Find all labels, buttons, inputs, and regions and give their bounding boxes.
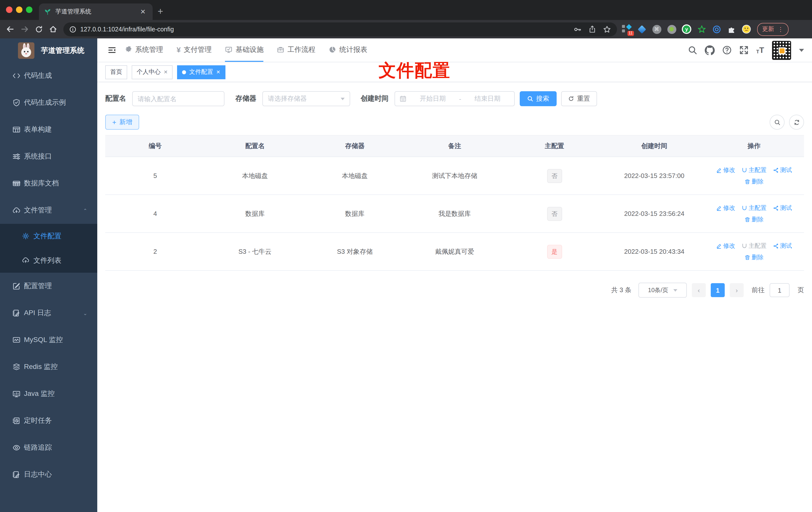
- delete-action[interactable]: 删除: [745, 215, 764, 223]
- page-size-value: 10条/页: [648, 286, 668, 294]
- font-size-icon[interactable]: TT: [756, 46, 764, 54]
- reload-icon[interactable]: [35, 25, 43, 33]
- extension-gem-icon[interactable]: [637, 24, 646, 34]
- refresh-table-button[interactable]: [789, 115, 804, 130]
- chevron-down-icon: [673, 289, 677, 292]
- add-button[interactable]: + 新增: [105, 115, 139, 130]
- help-icon[interactable]: [722, 46, 732, 55]
- col-header-created: 创建时间: [604, 142, 704, 151]
- tag-profile[interactable]: 个人中心 ✕: [132, 65, 173, 79]
- cloud-download-icon: [12, 206, 21, 214]
- sidebar-item-api-log[interactable]: API 日志 ⌄: [0, 300, 97, 327]
- edit-action[interactable]: 修改: [716, 204, 735, 212]
- extension-puzzle-icon[interactable]: [727, 24, 736, 34]
- sidebar-item-code-demo[interactable]: 代码生成示例: [0, 89, 97, 116]
- extension-target-icon[interactable]: [712, 24, 721, 34]
- storage-select[interactable]: 请选择存储器: [262, 91, 350, 106]
- search-button[interactable]: 搜索: [520, 91, 557, 106]
- collapse-sidebar-icon[interactable]: [108, 46, 116, 54]
- sidebar-item-tracing[interactable]: 链路追踪: [0, 434, 97, 461]
- share-icon[interactable]: [588, 25, 596, 33]
- sidebar-item-redis-monitor[interactable]: Redis 监控: [0, 354, 97, 381]
- new-tab-button[interactable]: +: [157, 5, 163, 18]
- topnav-infrastructure[interactable]: 基础设施: [225, 38, 264, 62]
- user-avatar[interactable]: [772, 40, 791, 60]
- browser-update-button[interactable]: 更新 ⋮: [757, 23, 788, 36]
- master-action[interactable]: 主配置: [742, 166, 766, 174]
- sidebar-item-form-builder[interactable]: 表单构建: [0, 116, 97, 143]
- topnav-workflow[interactable]: 工作流程: [277, 38, 316, 62]
- forward-icon[interactable]: [21, 25, 29, 33]
- layers-icon: [12, 363, 21, 371]
- github-icon[interactable]: [705, 45, 715, 55]
- close-icon[interactable]: ✕: [164, 69, 168, 75]
- test-action[interactable]: 测试: [773, 166, 792, 174]
- back-icon[interactable]: [6, 25, 14, 33]
- sidebar-item-system-api[interactable]: 系统接口: [0, 143, 97, 170]
- edit-action[interactable]: 修改: [716, 166, 735, 174]
- fullscreen-icon[interactable]: [739, 46, 749, 55]
- extension-star-icon[interactable]: [697, 24, 706, 34]
- cell-id: 5: [105, 172, 205, 179]
- url-text[interactable]: 127.0.0.1:1024/infra/file/file-config: [80, 26, 567, 33]
- sidebar-item-mysql-monitor[interactable]: MySQL 监控: [0, 327, 97, 354]
- sidebar-item-file-manage[interactable]: 文件管理 ⌃: [0, 197, 97, 224]
- delete-action[interactable]: 删除: [745, 177, 764, 186]
- site-info-icon[interactable]: [69, 26, 76, 33]
- extension-emoji-icon[interactable]: [742, 24, 751, 34]
- sidebar-item-db-doc[interactable]: 数据库文档: [0, 170, 97, 197]
- password-key-icon[interactable]: [574, 25, 582, 33]
- sidebar-item-code-gen[interactable]: 代码生成: [0, 62, 97, 89]
- tag-file-config[interactable]: 文件配置 ✕: [177, 65, 226, 79]
- master-action[interactable]: 主配置: [742, 204, 766, 212]
- home-icon[interactable]: [49, 25, 57, 33]
- sidebar-item-file-list[interactable]: 文件列表: [0, 248, 97, 273]
- test-action[interactable]: 测试: [773, 204, 792, 212]
- date-start-placeholder: 开始日期: [410, 94, 455, 103]
- extension-y-icon[interactable]: y: [682, 24, 691, 34]
- sidebar-item-label: 文件管理: [24, 206, 52, 215]
- config-name-input[interactable]: [132, 91, 225, 106]
- user-menu-caret-icon[interactable]: [799, 49, 804, 52]
- search-icon[interactable]: [688, 46, 697, 55]
- maximize-window-button[interactable]: [26, 6, 32, 13]
- tag-home[interactable]: 首页: [105, 65, 127, 79]
- db-table-icon: [12, 179, 21, 187]
- page-size-select[interactable]: 10条/页: [638, 283, 687, 298]
- minimize-window-button[interactable]: [16, 6, 23, 13]
- tag-label: 文件配置: [189, 68, 213, 76]
- sidebar-submenu-file: 文件配置 文件列表: [0, 224, 97, 273]
- pagination: 共 3 条 10条/页 ‹ 1 › 前往 页: [105, 283, 804, 312]
- total-count: 共 3 条: [611, 286, 632, 295]
- browser-menu-icon[interactable]: ⋮: [778, 26, 784, 33]
- browser-tabstrip: 芋道管理系统 ✕ +: [0, 0, 812, 20]
- edit-action[interactable]: 修改: [716, 242, 735, 250]
- topnav-payment[interactable]: ¥ 支付管理: [177, 38, 212, 62]
- sidebar-item-java-monitor[interactable]: Java 监控: [0, 381, 97, 407]
- bookmark-star-icon[interactable]: [603, 25, 611, 33]
- close-icon[interactable]: ✕: [216, 69, 221, 75]
- sidebar-item-scheduled-tasks[interactable]: 定时任务: [0, 407, 97, 434]
- browser-tab[interactable]: 芋道管理系统 ✕: [39, 3, 153, 20]
- test-action[interactable]: 测试: [773, 242, 792, 250]
- toggle-search-button[interactable]: [770, 115, 785, 130]
- goto-page-input[interactable]: [770, 283, 789, 297]
- close-window-button[interactable]: [6, 6, 12, 13]
- tab-close-icon[interactable]: ✕: [138, 8, 148, 16]
- app-header: 系统管理 ¥ 支付管理 基础设施 工作流程 统计报表: [97, 38, 812, 62]
- address-bar[interactable]: 127.0.0.1:1024/infra/file/file-config: [63, 22, 617, 36]
- topnav-system[interactable]: 系统管理: [125, 38, 163, 62]
- date-range-picker[interactable]: 开始日期 - 结束日期: [395, 91, 515, 106]
- topnav-reports[interactable]: 统计报表: [329, 38, 367, 62]
- prev-page-button[interactable]: ‹: [692, 283, 706, 297]
- sidebar-item-file-config[interactable]: 文件配置: [0, 224, 97, 248]
- sidebar-item-log-center[interactable]: 日志中心: [0, 461, 97, 488]
- extension-grid-icon[interactable]: 11: [622, 24, 632, 34]
- reset-button[interactable]: 重置: [561, 91, 597, 106]
- current-page-button[interactable]: 1: [711, 283, 725, 297]
- next-page-button[interactable]: ›: [730, 283, 744, 297]
- delete-action[interactable]: 删除: [745, 253, 764, 262]
- extension-record-icon[interactable]: [667, 24, 676, 34]
- sidebar-item-config-manage[interactable]: 配置管理: [0, 273, 97, 300]
- extension-command-icon[interactable]: ⌘: [652, 24, 661, 34]
